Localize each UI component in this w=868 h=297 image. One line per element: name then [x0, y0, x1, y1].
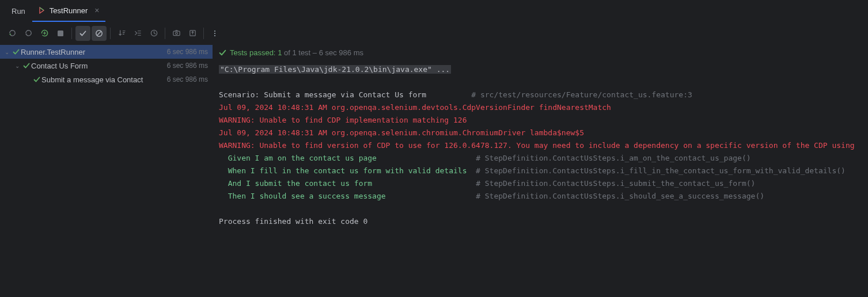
- tree-node-name: Contact Us Form: [31, 62, 164, 70]
- history-button[interactable]: [146, 26, 161, 41]
- tree-child-row[interactable]: ⌄ Contact Us Form 6 sec 986 ms: [0, 59, 213, 73]
- svg-line-2: [97, 31, 101, 35]
- toggle-auto-test-button[interactable]: [37, 26, 52, 41]
- tab-title: TestRunner: [50, 6, 88, 15]
- console-src: # StepDefinition.ContactUsSteps.i_should…: [476, 192, 764, 200]
- test-status-bar: Tests passed: 1 of 1 test – 6 sec 986 ms: [213, 45, 868, 61]
- rerun-button[interactable]: [5, 26, 20, 41]
- tree-root-row[interactable]: ⌄ Runner.TestRunner 6 sec 986 ms: [0, 45, 213, 59]
- console-command: "C:\Program Files\Java\jdk-21.0.2\bin\ja…: [219, 65, 451, 74]
- test-tree-panel[interactable]: ⌄ Runner.TestRunner 6 sec 986 ms ⌄ Conta…: [0, 45, 213, 297]
- passed-icon: [219, 49, 226, 56]
- toolbar-separator: [203, 28, 204, 39]
- svg-point-7: [214, 30, 215, 31]
- console-output[interactable]: "C:\Program Files\Java\jdk-21.0.2\bin\ja…: [213, 61, 868, 297]
- expand-all-button[interactable]: [130, 26, 145, 41]
- console-src: # StepDefinition.ContactUsSteps.i_am_on_…: [476, 154, 751, 162]
- toolbar-separator: [71, 28, 72, 39]
- tree-node-name: Runner.TestRunner: [21, 48, 164, 56]
- console-line: Scenario: Submit a message via Contact U…: [219, 90, 471, 99]
- run-label: Run: [5, 0, 32, 22]
- passed-icon: [22, 62, 31, 69]
- console-src: # src/test/resources/Feature/contact_us.…: [471, 90, 692, 99]
- stop-button[interactable]: [53, 26, 68, 41]
- tree-node-time: 6 sec 986 ms: [164, 48, 208, 56]
- output-panel: Tests passed: 1 of 1 test – 6 sec 986 ms…: [213, 45, 868, 297]
- status-of-text: of 1 test –: [282, 48, 319, 57]
- svg-point-9: [214, 35, 215, 36]
- status-prefix: Tests passed:: [230, 48, 276, 57]
- tree-node-time: 6 sec 986 ms: [164, 62, 208, 70]
- console-warning: WARNING: Unable to find CDP implementati…: [219, 116, 467, 124]
- export-button[interactable]: [185, 26, 200, 41]
- console-src: # StepDefinition.ContactUsSteps.i_fill_i…: [471, 166, 846, 175]
- run-config-icon: [37, 6, 46, 15]
- toolbar-separator: [110, 28, 111, 39]
- console-src: # StepDefinition.ContactUsSteps.i_submit…: [476, 179, 755, 188]
- toolbar: [0, 22, 868, 45]
- sort-button[interactable]: [114, 26, 129, 41]
- console-step: And I submit the contact us form: [219, 179, 476, 188]
- console-warning: Jul 09, 2024 10:48:31 AM org.openqa.sele…: [219, 128, 584, 137]
- tree-leaf-row[interactable]: Submit a message via Contact 6 sec 986 m…: [0, 73, 213, 86]
- chevron-down-icon[interactable]: ⌄: [2, 49, 12, 55]
- screenshot-button[interactable]: [169, 26, 184, 41]
- passed-icon: [12, 48, 21, 55]
- toolbar-separator: [165, 28, 165, 39]
- console-warning: Jul 09, 2024 10:48:31 AM org.openqa.sele…: [219, 103, 611, 112]
- chevron-down-icon[interactable]: ⌄: [13, 63, 22, 69]
- more-button[interactable]: [207, 26, 222, 41]
- main-split: ⌄ Runner.TestRunner 6 sec 986 ms ⌄ Conta…: [0, 45, 868, 297]
- show-ignored-button[interactable]: [92, 26, 107, 41]
- close-icon[interactable]: ×: [94, 6, 99, 14]
- tree-node-name: Submit a message via Contact: [41, 75, 164, 84]
- svg-point-8: [214, 32, 215, 33]
- tree-node-time: 6 sec 986 ms: [164, 75, 208, 83]
- console-warning: WARNING: Unable to find version of CDP t…: [219, 141, 855, 150]
- console-step: Then I should see a success message: [219, 192, 476, 200]
- svg-rect-0: [58, 31, 63, 36]
- console-exit: Process finished with exit code 0: [219, 217, 367, 226]
- rerun-failed-button[interactable]: [21, 26, 36, 41]
- show-passed-button[interactable]: [75, 26, 90, 41]
- tab-testrunner[interactable]: TestRunner ×: [32, 0, 105, 22]
- console-step: Given I am on the contact us page: [219, 154, 476, 162]
- tab-bar: Run TestRunner ×: [0, 0, 868, 22]
- status-duration: 6 sec 986 ms: [319, 48, 363, 57]
- svg-rect-4: [173, 31, 179, 36]
- console-step: When I fill in the contact us form with …: [219, 166, 471, 175]
- passed-icon: [32, 76, 41, 83]
- svg-point-5: [175, 32, 177, 35]
